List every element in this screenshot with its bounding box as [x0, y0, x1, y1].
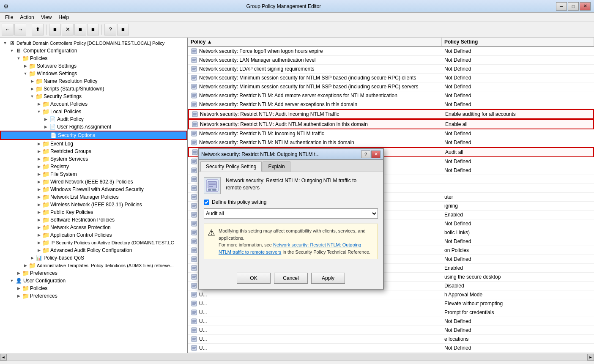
tree-user-rights[interactable]: ▶ 📄 User Rights Assignment — [0, 123, 187, 131]
table-row[interactable]: Network security: LAN Manager authentica… — [188, 56, 594, 65]
table-row[interactable]: Network security: Minimum session securi… — [188, 82, 594, 91]
tree-expand-scripts[interactable]: ▶ — [29, 85, 36, 92]
column-header-policy[interactable]: Policy ▲ — [188, 38, 442, 46]
scroll-right-button[interactable]: ► — [587, 354, 594, 361]
tree-app-control[interactable]: ▶ 📁 Application Control Policies — [0, 231, 187, 239]
table-row[interactable]: Network security: Restrict NTLM: Add ser… — [188, 100, 594, 109]
tree-expand-aup[interactable]: ▶ — [42, 116, 49, 123]
tree-system-services[interactable]: ▶ 📁 System Services — [0, 155, 187, 163]
tree-expand-nap[interactable]: ▶ — [36, 224, 42, 231]
warning-link[interactable]: Network security: Restrict NTLM: Outgoin… — [219, 242, 361, 255]
tree-root[interactable]: ▼ 🖥 Default Domain Controllers Policy [D… — [0, 39, 187, 47]
tree-expand-policies[interactable]: ▼ — [15, 55, 22, 62]
tree-software-restriction[interactable]: ▶ 📁 Software Restriction Policies — [0, 216, 187, 224]
cancel-button[interactable]: Cancel — [274, 273, 308, 284]
tree-admin-templates[interactable]: ▶ 📁 Administrative Templates: Policy def… — [0, 262, 187, 269]
tree-expand-pk[interactable]: ▶ — [36, 209, 42, 216]
show-hide-button[interactable]: ■ — [49, 24, 61, 36]
define-policy-checkbox[interactable] — [204, 200, 209, 205]
maximize-button[interactable]: □ — [568, 2, 579, 11]
tree-expand-at[interactable]: ▶ — [22, 262, 29, 269]
minimize-button[interactable]: ─ — [556, 2, 567, 11]
table-row[interactable]: U...e locations — [188, 335, 594, 344]
modal-dialog[interactable]: Network security: Restrict NTLM: Outgoin… — [198, 148, 384, 290]
define-policy-checkbox-row[interactable]: Define this policy setting — [204, 199, 378, 205]
menu-view[interactable]: View — [38, 14, 55, 21]
tree-wireless-network[interactable]: ▶ 📁 Wireless Network (IEEE 802.11) Polic… — [0, 201, 187, 208]
tree-name-resolution[interactable]: ▶ 📁 Name Resolution Policy — [0, 77, 187, 85]
tree-expand-el[interactable]: ▶ — [36, 140, 42, 147]
menu-action[interactable]: Action — [16, 14, 37, 21]
tree-expand-sys[interactable]: ▶ — [36, 156, 42, 162]
table-row[interactable]: Network security: Force logoff when logo… — [188, 47, 594, 56]
tree-security-settings[interactable]: ▼ 📁 Security Settings — [0, 93, 187, 100]
table-row[interactable]: Network security: Restrict NTLM: Audit N… — [188, 119, 594, 129]
tree-audit-policy[interactable]: ▶ 📄 Audit Policy — [0, 115, 187, 123]
apply-button[interactable]: Apply — [311, 273, 345, 284]
tree-account-policies[interactable]: ▶ 📁 Account Policies — [0, 100, 187, 108]
table-row[interactable]: U...Prompt for credentials — [188, 308, 594, 317]
tree-expand-ap[interactable]: ▶ — [36, 101, 42, 107]
table-row[interactable]: Network security: Restrict NTLM: Audit I… — [188, 109, 594, 119]
table-row[interactable]: U...Disabled — [188, 353, 594, 353]
tree-expand-ura[interactable]: ▶ — [42, 123, 49, 130]
tree-network-list[interactable]: ▶ 📁 Network List Manager Policies — [0, 193, 187, 201]
tree-expand-root[interactable]: ▼ — [2, 40, 8, 47]
tree-expand-so[interactable] — [43, 132, 50, 139]
tree-windows-firewall[interactable]: ▶ 📁 Windows Firewall with Advanced Secur… — [0, 186, 187, 193]
tree-policy-qos[interactable]: ▶ 📊 Policy-based QoS — [0, 254, 187, 262]
tree-expand-secsettings[interactable]: ▼ — [29, 93, 36, 100]
tree-expand-wirelessn[interactable]: ▶ — [36, 201, 42, 208]
tree-computer-config[interactable]: ▼ 🖥 Computer Configuration — [0, 47, 187, 55]
table-row[interactable]: Network security: Restrict NTLM: NTLM au… — [188, 138, 594, 147]
column-header-setting[interactable]: Policy Setting — [442, 38, 594, 46]
tree-network-access[interactable]: ▶ 📁 Network Access Protection — [0, 224, 187, 231]
help-button[interactable]: ? — [104, 24, 116, 36]
table-row[interactable]: U...Not Defined — [188, 344, 594, 353]
forward-button[interactable]: → — [14, 24, 26, 36]
table-row[interactable]: U...Not Defined — [188, 317, 594, 326]
refresh-button[interactable]: ■ — [117, 24, 129, 36]
tree-file-system[interactable]: ▶ 📁 File System — [0, 170, 187, 178]
tree-expand-fs[interactable]: ▶ — [36, 171, 42, 178]
tree-security-options[interactable]: 📄 Security Options — [0, 131, 187, 140]
tree-expand-ips[interactable]: ▶ — [36, 239, 42, 246]
audit-dropdown-row[interactable]: Not Defined Allow all Audit all Deny all — [204, 208, 378, 219]
tree-expand-nl[interactable]: ▶ — [36, 194, 42, 200]
tree-policies-uc[interactable]: ▶ 📁 Policies — [0, 285, 187, 292]
tree-preferences-cc[interactable]: ▶ 📁 Preferences — [0, 269, 187, 277]
tree-local-policies[interactable]: ▼ 📁 Local Policies — [0, 108, 187, 115]
tree-expand-cc[interactable]: ▼ — [8, 47, 15, 54]
tree-registry[interactable]: ▶ 📁 Registry — [0, 163, 187, 170]
tree-expand-prefcc[interactable]: ▶ — [15, 270, 22, 276]
tab-explain[interactable]: Explain — [263, 161, 290, 172]
delete-button[interactable]: ✕ — [62, 24, 74, 36]
tree-policies[interactable]: ▼ 📁 Policies — [0, 55, 187, 62]
tree-expand-aa[interactable]: ▶ — [36, 247, 42, 254]
tree-expand-prefuc[interactable]: ▶ — [15, 293, 22, 299]
tree-scripts[interactable]: ▶ 📁 Scripts (Startup/Shutdown) — [0, 85, 187, 93]
table-row[interactable]: Network security: Minimum session securi… — [188, 74, 594, 82]
tree-expand-ss[interactable]: ▶ — [22, 63, 29, 69]
tree-expand-nr[interactable]: ▶ — [29, 78, 36, 85]
tree-expand-lp[interactable]: ▼ — [36, 108, 42, 115]
tree-expand-rg[interactable]: ▶ — [36, 148, 42, 155]
tree-panel[interactable]: ▼ 🖥 Default Domain Controllers Policy [D… — [0, 38, 188, 353]
tree-wired-network[interactable]: ▶ 📁 Wired Network (IEEE 802.3) Policies — [0, 178, 187, 186]
tree-expand-ac[interactable]: ▶ — [36, 232, 42, 238]
tree-software-settings[interactable]: ▶ 📁 Software Settings — [0, 62, 187, 70]
tree-public-key[interactable]: ▶ 📁 Public Key Policies — [0, 208, 187, 216]
tree-expand-uc[interactable]: ▼ — [8, 277, 15, 284]
table-row[interactable]: Network security: Restrict NTLM: Add rem… — [188, 91, 594, 100]
tree-expand-puc[interactable]: ▶ — [15, 285, 22, 292]
back-button[interactable]: ← — [2, 24, 14, 36]
tab-security-policy[interactable]: Security Policy Setting — [200, 161, 262, 172]
menu-file[interactable]: File — [2, 14, 16, 21]
modal-close-button[interactable]: ✕ — [371, 151, 380, 158]
tree-preferences-uc[interactable]: ▶ 📁 Preferences — [0, 292, 187, 300]
tree-expand-wn[interactable]: ▶ — [36, 178, 42, 185]
properties-button[interactable]: ■ — [74, 24, 86, 36]
table-row[interactable]: Network security: LDAP client signing re… — [188, 65, 594, 74]
close-button[interactable]: ✕ — [580, 2, 591, 11]
tree-ip-security[interactable]: ▶ 📁 IP Security Policies on Active Direc… — [0, 239, 187, 246]
